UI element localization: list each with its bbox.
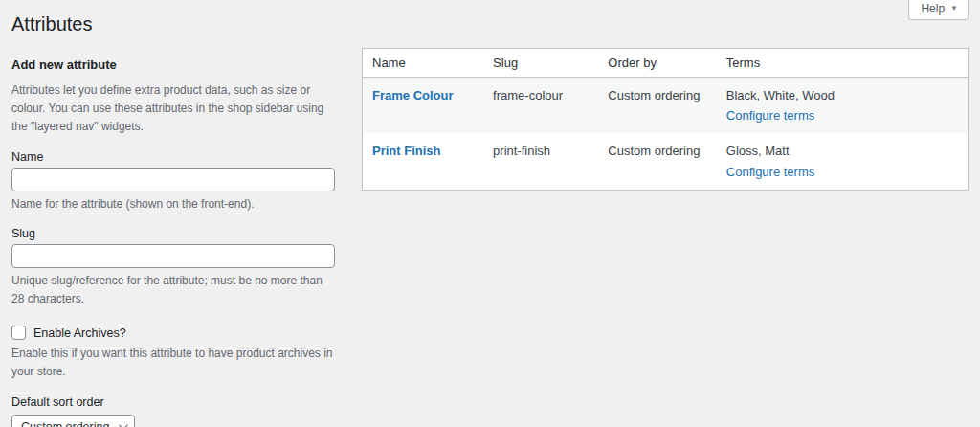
help-button-label: Help	[921, 2, 945, 15]
chevron-down-icon: ▼	[950, 5, 958, 12]
add-attribute-form: Add new attribute Attributes let you def…	[11, 38, 335, 427]
sort-order-label: Default sort order	[11, 395, 335, 409]
enable-archives-checkbox[interactable]	[11, 326, 26, 340]
table-row: Frame Colour frame-colour Custom orderin…	[363, 78, 969, 134]
page-title: Attributes	[11, 11, 969, 36]
page-header: Attributes	[11, 0, 969, 38]
form-description: Attributes let you define extra product …	[11, 81, 335, 137]
slug-label: Slug	[11, 227, 335, 240]
name-help-text: Name for the attribute (shown on the fro…	[11, 195, 335, 214]
column-header-orderby: Order by	[598, 49, 716, 78]
chevron-down-icon	[119, 420, 128, 427]
attribute-terms-cell: Gloss, Matt Configure terms	[717, 133, 969, 190]
attribute-slug-cell: print-finish	[483, 133, 598, 190]
slug-field-group: Slug Unique slug/reference for the attri…	[11, 227, 335, 308]
column-header-terms: Terms	[717, 49, 969, 78]
table-header-row: Name Slug Order by Terms	[363, 49, 969, 78]
attribute-orderby-cell: Custom ordering	[598, 78, 716, 134]
sort-order-select[interactable]: Custom ordering	[11, 415, 135, 427]
column-header-slug: Slug	[483, 49, 598, 78]
attribute-name-link[interactable]: Print Finish	[372, 144, 441, 158]
terms-list: Black, White, Wood	[726, 87, 958, 104]
sort-order-field-group: Default sort order Custom ordering Deter…	[11, 395, 335, 427]
slug-input[interactable]	[11, 244, 335, 268]
page-wrap: Help ▼ Attributes Add new attribute Attr…	[0, 0, 980, 427]
archives-field-group: Enable Archives? Enable this if you want…	[11, 326, 335, 381]
attribute-terms-cell: Black, White, Wood Configure terms	[717, 78, 969, 134]
attributes-table-panel: Name Slug Order by Terms Frame Colour fr…	[362, 48, 969, 191]
form-heading: Add new attribute	[11, 57, 335, 72]
configure-terms-link[interactable]: Configure terms	[726, 107, 814, 124]
enable-archives-label[interactable]: Enable Archives?	[33, 326, 126, 340]
sort-order-selected-value: Custom ordering	[21, 420, 109, 427]
attribute-orderby-cell: Custom ordering	[598, 133, 716, 190]
attribute-name-link[interactable]: Frame Colour	[372, 88, 454, 102]
archives-help-text: Enable this if you want this attribute t…	[11, 345, 335, 381]
slug-help-text: Unique slug/reference for the attribute;…	[11, 272, 335, 308]
attributes-table: Name Slug Order by Terms Frame Colour fr…	[362, 48, 969, 191]
attribute-slug-cell: frame-colour	[483, 78, 598, 134]
terms-list: Gloss, Matt	[726, 143, 958, 160]
name-input[interactable]	[11, 168, 335, 191]
configure-terms-link[interactable]: Configure terms	[726, 164, 814, 181]
name-label: Name	[11, 150, 335, 164]
help-button[interactable]: Help ▼	[908, 0, 969, 20]
column-header-name: Name	[363, 49, 484, 78]
table-row: Print Finish print-finish Custom orderin…	[363, 133, 969, 190]
name-field-group: Name Name for the attribute (shown on th…	[11, 150, 335, 214]
